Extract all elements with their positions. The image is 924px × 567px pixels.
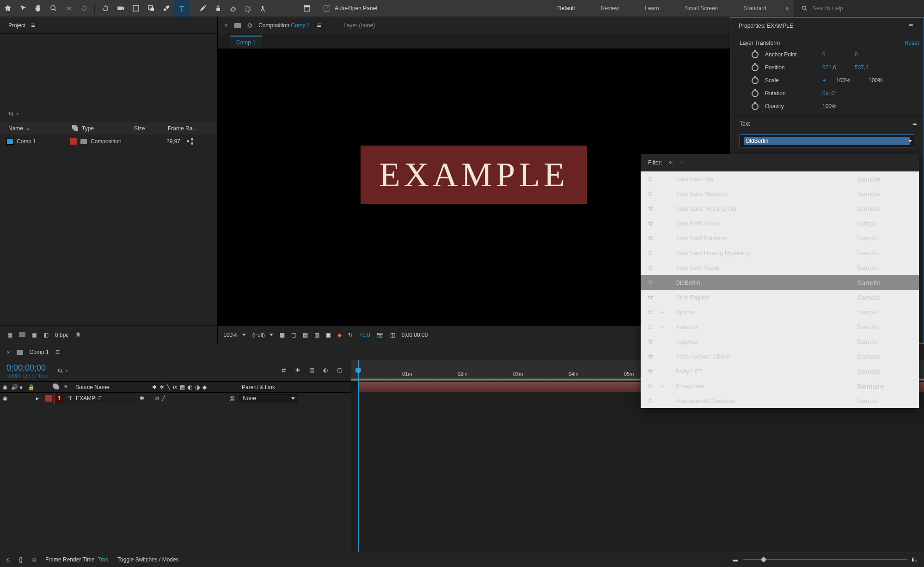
panel-menu-icon[interactable]	[31, 21, 37, 30]
transparency-grid-icon[interactable]: ▦	[280, 332, 285, 338]
zoom-slider[interactable]	[743, 559, 907, 560]
fx-icon[interactable]: fx	[173, 384, 177, 390]
scale-x[interactable]: 100%	[836, 77, 862, 84]
toggle-switches-modes[interactable]: Toggle Switches / Modes	[117, 556, 179, 563]
favorite-star-icon[interactable]: ☆	[647, 189, 653, 198]
font-option[interactable]: ☆Plantagenet CherokeeSample	[641, 393, 919, 408]
workspace-standard[interactable]: Standard	[731, 0, 779, 17]
av-col-lock-icon[interactable]: 🔒	[28, 384, 34, 390]
link-icon[interactable]: ⚭	[822, 78, 830, 83]
current-timecode[interactable]: 0;00;00;00	[6, 363, 47, 373]
favorite-star-icon[interactable]: ☆	[647, 367, 653, 375]
preview-time[interactable]: 0;00;00;00	[402, 332, 428, 338]
draft3d-icon[interactable]: ✚	[295, 367, 303, 374]
shy-icon[interactable]: ✱	[152, 384, 157, 390]
motion-blur-icon[interactable]: ◐	[323, 367, 330, 374]
project-search[interactable]: ▾	[8, 107, 214, 121]
workspace-overflow-icon[interactable]: »	[779, 0, 795, 17]
graph-editor-icon[interactable]: ▢	[337, 367, 344, 374]
font-option[interactable]: ☆Olde EnglishSample	[641, 290, 919, 305]
zoom-in-icon[interactable]: �⵰	[912, 556, 918, 563]
quality-switch[interactable]: ⧄	[155, 395, 159, 402]
grid-icon[interactable]: ▤	[303, 332, 308, 338]
col-index[interactable]: #	[61, 384, 71, 390]
favorite-star-icon[interactable]: ☆	[647, 204, 653, 213]
stopwatch-icon[interactable]	[752, 51, 759, 58]
flowchart-icon[interactable]: ⌬	[247, 22, 252, 29]
font-option[interactable]: ☆Party LETSample	[641, 364, 919, 378]
col-parent[interactable]: Parent & Link	[239, 384, 311, 390]
stopwatch-icon[interactable]	[752, 90, 759, 97]
hand-tool-icon[interactable]	[31, 0, 46, 17]
panel-menu-icon[interactable]	[55, 348, 62, 356]
section-menu-icon[interactable]	[912, 121, 919, 129]
label-color-swatch[interactable]	[70, 138, 77, 145]
font-option[interactable]: ☆Noto Serif BalineseSample	[641, 231, 919, 245]
panel-icon[interactable]	[299, 0, 314, 17]
project-tab[interactable]: Project	[8, 22, 25, 29]
brush-tool-icon[interactable]	[195, 0, 210, 17]
twirl-icon[interactable]: ▸	[36, 395, 43, 402]
filter-typekit-icon[interactable]: ✧	[668, 159, 673, 166]
brackets-icon[interactable]: ⧉	[32, 556, 36, 563]
help-search-input[interactable]	[813, 5, 905, 12]
zoom-dropdown[interactable]: 100%	[223, 332, 246, 338]
favorite-star-icon[interactable]: ☆	[647, 352, 653, 360]
font-option[interactable]: ☆›OptimaSample	[641, 305, 919, 319]
position-x[interactable]: 621,6	[822, 64, 848, 71]
resolution-dropdown[interactable]: (Full)	[252, 332, 273, 338]
roto-tool-icon[interactable]	[241, 0, 256, 17]
shy-switch[interactable]: ✱	[140, 395, 144, 402]
project-item-comp1[interactable]: Comp 1 Composition 29,97	[0, 134, 217, 148]
dropdown-caret-icon[interactable]	[908, 140, 912, 142]
col-source[interactable]: Source Name	[73, 384, 147, 390]
timeline-layer-1[interactable]: ◉ ▸ 1 TEXAMPLE ✱ ⧄ ╱ @ None	[0, 393, 351, 404]
font-option[interactable]: ☆Noto Serif AhomSample	[641, 216, 919, 231]
font-option[interactable]: ☆PapyrusSample	[641, 334, 919, 349]
text-layer-preview[interactable]: EXAMPLE	[361, 146, 587, 204]
auto-open-panel-toggle[interactable]: ✓ Auto-Open Panel	[314, 5, 386, 12]
expand-family-icon[interactable]: ›	[661, 324, 667, 329]
font-option[interactable]: ☆›PhosphateSample	[641, 378, 919, 393]
workspace-default[interactable]: Default	[545, 0, 588, 17]
label-column-icon[interactable]	[72, 125, 78, 132]
av-col-audio-icon[interactable]: 🔊	[11, 384, 18, 390]
opacity-value[interactable]: 100%	[822, 103, 848, 110]
col-framerate[interactable]: Frame Ra...	[168, 125, 197, 132]
playhead[interactable]	[358, 360, 359, 552]
font-option[interactable]: ☆›PalatinoSample	[641, 319, 919, 334]
anchor-x[interactable]: 0	[822, 51, 848, 58]
font-option[interactable]: ☆Noto Sans WanchoSample	[641, 186, 919, 201]
favorite-star-icon[interactable]: ☆	[647, 293, 653, 301]
frame-blend-icon[interactable]: ▥	[309, 367, 317, 374]
favorite-star-icon[interactable]: ☆	[647, 323, 653, 331]
comp-tab[interactable]: Composition Comp 1	[258, 22, 310, 29]
col-size[interactable]: Size	[134, 125, 164, 132]
mask-tool-icon[interactable]	[143, 0, 159, 17]
favorite-star-icon[interactable]: ☆	[647, 396, 653, 405]
interpret-footage-icon[interactable]: ▦	[7, 332, 12, 338]
rotate-tool-icon[interactable]	[76, 0, 92, 17]
font-family-field[interactable]	[740, 134, 914, 147]
favorite-star-icon[interactable]: ☆	[647, 234, 653, 242]
layer-tab[interactable]: Layer (none)	[343, 22, 375, 29]
rotation-value[interactable]: 0x+0°	[822, 90, 848, 97]
favorite-star-icon[interactable]: ☆	[647, 249, 653, 257]
comp-subtab[interactable]: Comp 1	[230, 36, 262, 49]
fx-switch[interactable]: ╱	[162, 395, 165, 402]
render-toggle-icon[interactable]: {}	[19, 556, 23, 563]
favorite-star-icon[interactable]: ☆	[647, 278, 653, 287]
guides-icon[interactable]: ▥	[314, 332, 319, 338]
expand-family-icon[interactable]: ›	[661, 384, 667, 389]
zoom-tool-icon[interactable]	[46, 0, 61, 17]
bpc-label[interactable]: 8 bpc	[55, 332, 68, 338]
panbehind-tool-icon[interactable]	[128, 0, 143, 17]
rotation-tool-icon[interactable]	[98, 0, 113, 17]
mask-icon[interactable]: ▣	[326, 332, 331, 338]
col-name[interactable]: Name	[8, 125, 23, 132]
home-icon[interactable]	[0, 0, 15, 17]
anchor-y[interactable]: 0	[855, 51, 881, 58]
font-option[interactable]: ☆Noto Serif Hmong NyiakengSample	[641, 245, 919, 260]
3d-icon[interactable]: ◆	[202, 384, 207, 390]
frameblend-icon[interactable]: ▦	[180, 384, 185, 390]
